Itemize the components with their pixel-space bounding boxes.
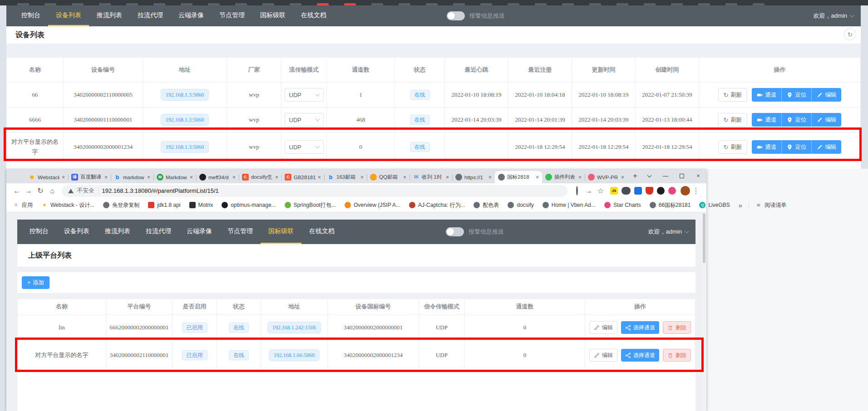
- tab-search-button[interactable]: [641, 169, 657, 183]
- bookmark-item[interactable]: docsify: [508, 202, 533, 208]
- close-icon[interactable]: ×: [62, 174, 65, 181]
- select-channel-button[interactable]: 选择通道: [621, 349, 659, 362]
- nav-item-push-streams[interactable]: 推流列表: [97, 220, 138, 244]
- nav-item-online-docs[interactable]: 在线文档: [293, 5, 334, 26]
- forward-button[interactable]: →: [23, 187, 35, 195]
- close-icon[interactable]: ×: [147, 174, 150, 181]
- refresh-device-button[interactable]: ↻刷新: [718, 140, 748, 154]
- bookmark-item[interactable]: Home | Vben Ad...: [542, 202, 596, 208]
- nav-item-gb-cascade[interactable]: 国标级联: [252, 5, 293, 26]
- browser-tab[interactable]: MMarkdow×: [153, 171, 196, 183]
- edit-platform-button[interactable]: 编辑: [589, 349, 617, 362]
- nav-item-push-streams[interactable]: 推流列表: [89, 5, 130, 26]
- nav-item-pull-proxy[interactable]: 拉流代理: [138, 220, 179, 244]
- user-menu[interactable]: 欢迎，admin: [814, 5, 853, 26]
- bookmark-item[interactable]: jdk1.8 api: [148, 202, 180, 208]
- extension-icon[interactable]: [668, 187, 676, 195]
- address-badge[interactable]: 192.168.1.66:5060: [269, 349, 320, 361]
- bookmarks-overflow-button[interactable]: »: [739, 201, 742, 209]
- extension-icon[interactable]: [621, 187, 631, 195]
- locate-button[interactable]: 定位: [781, 113, 811, 127]
- close-icon[interactable]: ×: [360, 174, 364, 181]
- nav-item-online-docs[interactable]: 在线文档: [301, 220, 342, 244]
- reload-button[interactable]: ↻: [35, 186, 46, 195]
- browser-tab[interactable]: b163邮箱×: [324, 171, 367, 183]
- nav-item-devices[interactable]: 设备列表: [48, 5, 89, 26]
- browser-tab[interactable]: 译百度翻译×: [68, 171, 111, 183]
- browser-tab[interactable]: meff34/d×: [196, 171, 239, 183]
- address-badge[interactable]: 192.168.1.3:5060: [161, 89, 209, 101]
- address-badge[interactable]: 192.168.1.242:1506: [267, 322, 321, 333]
- address-badge[interactable]: 192.168.1.3:5060: [161, 141, 209, 153]
- edit-device-button[interactable]: 编辑: [811, 88, 841, 102]
- apps-bookmark[interactable]: ∷应用: [13, 201, 33, 209]
- extension-icon[interactable]: [634, 187, 642, 195]
- nav-item-pull-proxy[interactable]: 拉流代理: [130, 5, 171, 26]
- browser-menu-button[interactable]: ⋮: [690, 186, 702, 195]
- close-icon[interactable]: ×: [104, 174, 108, 181]
- profile-avatar[interactable]: [681, 186, 690, 196]
- page-refresh-button[interactable]: ↻: [844, 28, 856, 40]
- browser-tab[interactable]: ✉收到 1封×: [409, 171, 452, 183]
- bookmark-item[interactable]: AJ-Captcha: 行为...: [409, 201, 465, 209]
- back-button[interactable]: ←: [11, 187, 23, 195]
- bookmark-item[interactable]: 66国标28181: [650, 201, 691, 209]
- nav-item-node-manage[interactable]: 节点管理: [220, 220, 261, 244]
- bookmark-item[interactable]: Motrix: [189, 202, 213, 208]
- extension-icon[interactable]: [657, 187, 665, 195]
- js-extension-icon[interactable]: JS: [610, 187, 618, 195]
- nav-item-console[interactable]: 控制台: [22, 220, 56, 244]
- browser-tab[interactable]: QQ邮箱×: [367, 171, 409, 183]
- browser-tab[interactable]: CGB28181×: [281, 171, 324, 183]
- edit-device-button[interactable]: 编辑: [811, 113, 841, 127]
- locate-button[interactable]: 定位: [781, 88, 811, 102]
- bookmark-item[interactable]: Overview (JSIP A...: [345, 202, 400, 208]
- close-window-button[interactable]: ×: [690, 169, 706, 183]
- delete-platform-button[interactable]: 删除: [663, 349, 691, 362]
- alarm-push-toggle[interactable]: [447, 11, 465, 20]
- close-icon[interactable]: ×: [536, 174, 539, 181]
- stream-mode-select[interactable]: UDP: [285, 140, 324, 154]
- browser-tab[interactable]: Cdocsify生×: [239, 171, 281, 183]
- close-icon[interactable]: ×: [403, 174, 406, 181]
- close-icon[interactable]: ×: [275, 174, 278, 181]
- password-key-icon[interactable]: [571, 187, 583, 195]
- browser-tab[interactable]: https://1×: [452, 171, 495, 183]
- locate-button[interactable]: 定位: [781, 140, 811, 154]
- home-button[interactable]: ⌂: [46, 187, 58, 195]
- close-icon[interactable]: ×: [232, 174, 236, 181]
- browser-tab[interactable]: bmarkdow×: [111, 171, 153, 183]
- alarm-push-toggle[interactable]: [446, 227, 464, 236]
- channels-button[interactable]: 通道: [752, 88, 781, 102]
- address-bar[interactable]: 不安全 192.168.1.3:18080/#/parentPlatformLi…: [62, 185, 567, 197]
- channels-button[interactable]: 通道: [752, 140, 781, 154]
- bookmark-item[interactable]: QLiveGBS: [699, 202, 730, 208]
- send-to-device-icon[interactable]: →: [583, 187, 595, 195]
- scrollbar-thumb[interactable]: [703, 213, 705, 263]
- refresh-device-button[interactable]: ↻刷新: [718, 88, 748, 102]
- browser-tab[interactable]: WVP-PR×: [585, 171, 627, 183]
- close-icon[interactable]: ×: [578, 174, 582, 181]
- bookmark-item[interactable]: Star Charts: [604, 202, 641, 208]
- address-badge[interactable]: 192.168.1.3:5060: [161, 114, 209, 126]
- delete-platform-button[interactable]: 删除: [663, 321, 691, 334]
- minimize-button[interactable]: —: [657, 169, 674, 183]
- add-platform-button[interactable]: +添加: [22, 276, 49, 289]
- bookmark-item[interactable]: ◆Webstack - 设计...: [41, 201, 94, 209]
- browser-tab-active[interactable]: 国标2818×: [495, 171, 542, 183]
- bookmark-item[interactable]: 配色表: [473, 201, 499, 209]
- bookmark-item[interactable]: optimus-manage...: [222, 202, 276, 208]
- nav-item-console[interactable]: 控制台: [14, 5, 48, 26]
- close-icon[interactable]: ×: [190, 174, 193, 181]
- stream-mode-select[interactable]: UDP: [285, 113, 324, 127]
- bookmark-star-button[interactable]: ☆: [595, 186, 607, 195]
- edit-device-button[interactable]: 编辑: [811, 140, 841, 154]
- reading-list-button[interactable]: ▤阅读清单: [755, 201, 786, 209]
- bookmark-item[interactable]: SpringBoot打包...: [285, 201, 336, 209]
- bookmark-item[interactable]: 免登录复制: [103, 201, 139, 209]
- maximize-button[interactable]: [674, 169, 690, 183]
- refresh-device-button[interactable]: ↻刷新: [718, 113, 748, 127]
- close-icon[interactable]: ×: [621, 174, 624, 181]
- select-channel-button[interactable]: 选择通道: [621, 321, 659, 334]
- nav-item-node-manage[interactable]: 节点管理: [212, 5, 252, 26]
